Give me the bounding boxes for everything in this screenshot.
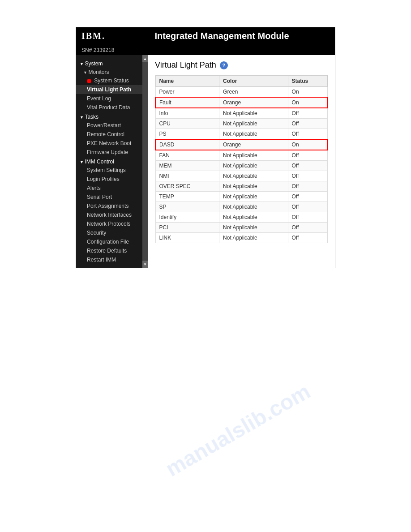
sidebar-item-system-settings[interactable]: System Settings — [76, 166, 148, 175]
sidebar-scrollbar[interactable]: ▲ ▼ — [142, 55, 148, 268]
watermark: manualslib.com — [162, 379, 315, 481]
sidebar-item-alerts[interactable]: Alerts — [76, 184, 148, 193]
sidebar-item-vital-product-data[interactable]: Vital Product Data — [76, 103, 148, 112]
cell-name: MEM — [155, 161, 219, 171]
cell-name: TEMP — [155, 192, 219, 202]
cell-name: PS — [155, 129, 219, 140]
table-row: OVER SPECNot ApplicableOff — [155, 181, 327, 192]
main-layout: ▲ ▼ System Monitors System Status Virtua… — [76, 55, 335, 268]
cell-color: Not Applicable — [219, 171, 288, 181]
cell-name: NMI — [155, 171, 219, 181]
sidebar-item-restart-imm[interactable]: Restart IMM — [76, 255, 148, 264]
cell-color: Not Applicable — [219, 233, 288, 243]
scrollbar-up-button[interactable]: ▲ — [142, 55, 148, 62]
cell-color: Not Applicable — [219, 161, 288, 171]
cell-color: Not Applicable — [219, 129, 288, 140]
help-icon[interactable]: ? — [220, 61, 228, 69]
scrollbar-track — [142, 62, 148, 261]
table-row: IdentifyNot ApplicableOff — [155, 212, 327, 223]
content-area: Virtual Light Path ? Name Color Status P… — [148, 55, 335, 268]
cell-status: Off — [288, 129, 327, 140]
cell-status: Off — [288, 150, 327, 161]
sidebar-section-system[interactable]: System — [76, 59, 148, 68]
sidebar-item-firmware-update[interactable]: Firmware Update — [76, 148, 148, 157]
sidebar-section-imm-control[interactable]: IMM Control — [76, 157, 148, 166]
cell-status: Off — [288, 108, 327, 119]
cell-name: PCI — [155, 223, 219, 233]
sidebar-section-monitors[interactable]: Monitors — [76, 68, 148, 76]
cell-status: Off — [288, 171, 327, 181]
cell-color: Green — [219, 87, 288, 98]
cell-name: Fault — [155, 97, 219, 108]
cell-status: Off — [288, 212, 327, 223]
cell-status: On — [288, 97, 327, 108]
table-row: SPNot ApplicableOff — [155, 202, 327, 212]
col-header-status: Status — [288, 76, 327, 87]
table-row: DASDOrangeOn — [155, 139, 327, 150]
cell-name: DASD — [155, 139, 219, 150]
cell-color: Not Applicable — [219, 223, 288, 233]
sidebar-item-remote-control[interactable]: Remote Control — [76, 130, 148, 139]
sidebar-item-configuration-file[interactable]: Configuration File — [76, 237, 148, 246]
sidebar-item-network-interfaces[interactable]: Network Interfaces — [76, 210, 148, 219]
sidebar-item-network-protocols[interactable]: Network Protocols — [76, 219, 148, 228]
table-row: FANNot ApplicableOff — [155, 150, 327, 161]
cell-name: Info — [155, 108, 219, 119]
sidebar-item-pxe-network-boot[interactable]: PXE Network Boot — [76, 139, 148, 148]
table-row: PSNot ApplicableOff — [155, 129, 327, 140]
table-row: CPUNot ApplicableOff — [155, 119, 327, 129]
page-title: Virtual Light Path — [155, 60, 216, 70]
error-icon — [87, 79, 91, 83]
sidebar-item-login-profiles[interactable]: Login Profiles — [76, 175, 148, 184]
sidebar-item-system-status[interactable]: System Status — [76, 76, 148, 85]
cell-color: Not Applicable — [219, 108, 288, 119]
cell-status: Off — [288, 233, 327, 243]
cell-color: Not Applicable — [219, 202, 288, 212]
serial-number: SN# 2339218 — [81, 47, 114, 53]
sidebar-item-restore-defaults[interactable]: Restore Defaults — [76, 246, 148, 255]
cell-status: Off — [288, 223, 327, 233]
page-title-row: Virtual Light Path ? — [155, 60, 328, 70]
sidebar: ▲ ▼ System Monitors System Status Virtua… — [76, 55, 148, 268]
table-row: PCINot ApplicableOff — [155, 223, 327, 233]
scrollbar-down-button[interactable]: ▼ — [142, 261, 148, 268]
sidebar-item-virtual-light-path[interactable]: Virtual Light Path — [76, 85, 148, 94]
col-header-name: Name — [155, 76, 219, 87]
sidebar-item-port-assignments[interactable]: Port Assignments — [76, 202, 148, 210]
sidebar-section-tasks[interactable]: Tasks — [76, 112, 148, 121]
cell-status: Off — [288, 181, 327, 192]
cell-color: Not Applicable — [219, 192, 288, 202]
table-row: TEMPNot ApplicableOff — [155, 192, 327, 202]
cell-name: Power — [155, 87, 219, 98]
cell-name: SP — [155, 202, 219, 212]
cell-color: Not Applicable — [219, 212, 288, 223]
virtual-light-path-table: Name Color Status PowerGreenOnFaultOrang… — [155, 75, 328, 243]
table-row: PowerGreenOn — [155, 87, 327, 98]
header-bar: IBM. Integrated Management Module — [76, 27, 335, 45]
sidebar-item-serial-port[interactable]: Serial Port — [76, 193, 148, 202]
table-row: InfoNot ApplicableOff — [155, 108, 327, 119]
browser-window: IBM. Integrated Management Module SN# 23… — [76, 27, 335, 268]
sidebar-item-security[interactable]: Security — [76, 228, 148, 237]
cell-status: Off — [288, 192, 327, 202]
col-header-color: Color — [219, 76, 288, 87]
sidebar-item-power-restart[interactable]: Power/Restart — [76, 121, 148, 130]
cell-color: Not Applicable — [219, 181, 288, 192]
cell-name: LINK — [155, 233, 219, 243]
cell-color: Orange — [219, 97, 288, 108]
cell-status: Off — [288, 202, 327, 212]
cell-status: On — [288, 139, 327, 150]
serial-number-bar: SN# 2339218 — [76, 45, 335, 55]
cell-status: Off — [288, 161, 327, 171]
cell-status: Off — [288, 119, 327, 129]
sidebar-item-event-log[interactable]: Event Log — [76, 94, 148, 103]
cell-name: OVER SPEC — [155, 181, 219, 192]
table-row: MEMNot ApplicableOff — [155, 161, 327, 171]
cell-color: Not Applicable — [219, 119, 288, 129]
cell-name: Identify — [155, 212, 219, 223]
cell-color: Not Applicable — [219, 150, 288, 161]
cell-name: FAN — [155, 150, 219, 161]
table-row: LINKNot ApplicableOff — [155, 233, 327, 243]
header-title: Integrated Management Module — [114, 31, 330, 41]
table-row: NMINot ApplicableOff — [155, 171, 327, 181]
